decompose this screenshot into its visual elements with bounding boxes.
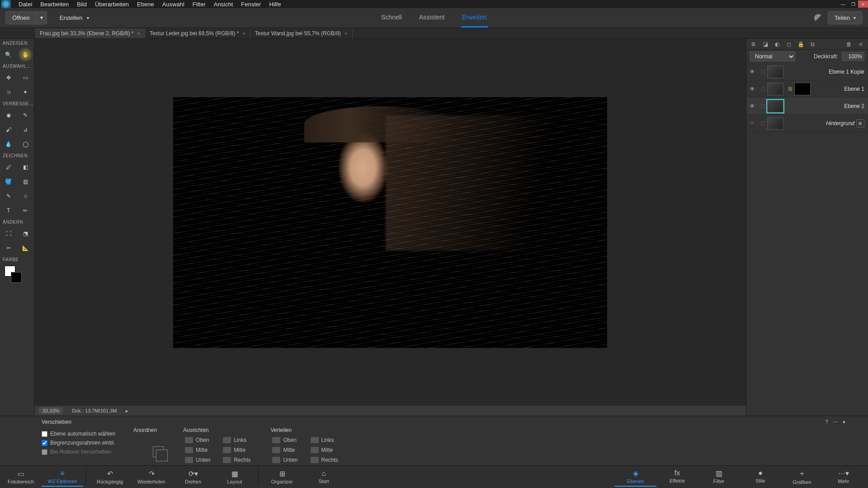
- close-button[interactable]: ✕: [858, 0, 868, 8]
- dist-bottom[interactable]: Unten: [270, 456, 299, 464]
- lock-slot[interactable]: ⬚: [758, 121, 767, 126]
- help-icon[interactable]: ?: [825, 419, 828, 425]
- marquee-tool[interactable]: ▭: [17, 70, 34, 85]
- open-button[interactable]: Öffnen: [5, 11, 37, 24]
- lasso-tool[interactable]: ⊃: [0, 85, 17, 99]
- fill-tool[interactable]: 🪣: [0, 174, 17, 189]
- move-tool[interactable]: ✥: [0, 70, 17, 85]
- arrange-icon[interactable]: [151, 445, 165, 459]
- trash-icon[interactable]: 🗑: [845, 41, 853, 48]
- menu-ueberarbeiten[interactable]: Überarbeiten: [91, 0, 133, 9]
- clone-tool[interactable]: ⊿: [17, 122, 34, 137]
- align-center[interactable]: Mitte: [221, 446, 252, 454]
- layer-row[interactable]: 👁 ⬚ Hintergrund ⊞: [746, 115, 868, 132]
- new-group-icon[interactable]: ◪: [762, 41, 769, 48]
- menu-auswahl[interactable]: Auswahl: [158, 0, 189, 9]
- share-button[interactable]: Teilen: [828, 11, 863, 24]
- open-dropdown[interactable]: ▾: [37, 11, 47, 24]
- layer-row[interactable]: 👁 ⬚ Ebene 2: [746, 98, 868, 115]
- lock-slot[interactable]: ⬚: [758, 103, 767, 108]
- panel-menu-icon[interactable]: ≡: [857, 41, 864, 48]
- blend-mode-select[interactable]: Normal: [750, 52, 795, 61]
- minimize-button[interactable]: —: [838, 0, 848, 8]
- blur-tool[interactable]: 💧: [0, 137, 17, 151]
- smart-brush-tool[interactable]: 🖌: [0, 122, 17, 137]
- layer-mask[interactable]: [794, 83, 811, 95]
- options-menu-icon[interactable]: ⋯: [833, 419, 838, 425]
- menu-bearbeiten[interactable]: Bearbeiten: [36, 0, 73, 9]
- bb-undo[interactable]: ↶Rückgängig: [89, 468, 131, 487]
- close-icon[interactable]: ×: [344, 31, 347, 36]
- doc-tab-1[interactable]: Frau.jpg bei 33,3% (Ebene 2, RGB/8) * ×: [35, 28, 145, 38]
- bb-stile[interactable]: ●Stile: [740, 467, 781, 487]
- create-button[interactable]: Erstellen: [55, 12, 94, 24]
- dist-middle[interactable]: Mitte: [270, 446, 299, 454]
- crop-tool[interactable]: ⛶: [0, 226, 17, 241]
- menu-hilfe[interactable]: Hilfe: [265, 0, 285, 9]
- bb-fotobereich[interactable]: ▭Fotobereich: [0, 468, 42, 487]
- layer-thumb[interactable]: [767, 100, 783, 113]
- bb-layout[interactable]: ▦Layout: [214, 468, 255, 487]
- auto-select-checkbox[interactable]: Ebene automatisch wählen: [42, 431, 115, 437]
- visibility-icon[interactable]: 👁: [746, 69, 758, 75]
- eraser-tool[interactable]: ◧: [17, 160, 34, 174]
- new-layer-icon[interactable]: 🗎: [750, 41, 757, 48]
- wand-tool[interactable]: ✦: [17, 85, 34, 99]
- visibility-icon[interactable]: 👁: [746, 86, 758, 92]
- bb-mehr[interactable]: ⋯▾Mehr: [823, 467, 864, 487]
- dist-top[interactable]: Oben: [270, 436, 299, 444]
- shape-tool[interactable]: ☆: [17, 189, 34, 203]
- bb-grafiken[interactable]: ＋Grafiken: [781, 467, 823, 487]
- color-swatches[interactable]: [0, 264, 34, 286]
- align-bottom[interactable]: Unten: [183, 456, 212, 464]
- layer-thumb[interactable]: [767, 83, 783, 95]
- gradient-tool[interactable]: ▥: [17, 174, 34, 189]
- zoom-tool[interactable]: 🔍: [0, 47, 17, 62]
- layer-row[interactable]: 👁 ⬚ Ebene 1 Kopie: [746, 63, 868, 80]
- doc-tab-3[interactable]: Textur Wand.jpg bei 55,7% (RGB/8) ×: [250, 28, 353, 38]
- align-left[interactable]: Links: [221, 436, 252, 444]
- menu-bild[interactable]: Bild: [73, 0, 91, 9]
- text-tool[interactable]: T: [0, 203, 17, 218]
- lock-slot[interactable]: ⬚: [758, 69, 767, 74]
- link-icon[interactable]: ⧉: [809, 41, 816, 48]
- dist-right[interactable]: Rechts: [309, 456, 340, 464]
- theme-toggle-icon[interactable]: [814, 14, 822, 22]
- layer-thumb[interactable]: [767, 66, 783, 78]
- dist-center[interactable]: Mitte: [309, 446, 340, 454]
- mode-guided[interactable]: Assistent: [418, 8, 446, 28]
- menu-ebene[interactable]: Ebene: [133, 0, 158, 9]
- mask-icon[interactable]: ◻: [785, 41, 793, 48]
- close-icon[interactable]: ×: [242, 31, 245, 36]
- lock-icon[interactable]: 🔒: [797, 41, 804, 48]
- menu-filter[interactable]: Filter: [189, 0, 210, 9]
- maximize-button[interactable]: ❐: [848, 0, 858, 8]
- sponge-tool[interactable]: ◯: [17, 137, 34, 151]
- visibility-icon[interactable]: 👁: [746, 103, 758, 109]
- spot-heal-tool[interactable]: ✎: [17, 108, 34, 122]
- pencil-tool[interactable]: ✏: [17, 203, 34, 218]
- brush-tool[interactable]: 🖊: [0, 160, 17, 174]
- collapse-icon[interactable]: ▾: [843, 419, 845, 425]
- menu-datei[interactable]: Datei: [14, 0, 36, 9]
- show-bounds-checkbox[interactable]: Begrenzungsrahmen einbl.: [42, 440, 115, 446]
- doc-tab-2[interactable]: Textur Leder.jpg bei 69,5% (RGB/8) * ×: [145, 28, 250, 38]
- recompose-tool[interactable]: ⬔: [17, 226, 34, 241]
- menu-ansicht[interactable]: Ansicht: [210, 0, 237, 9]
- layer-row[interactable]: 👁 ⬚ ⛓ Ebene 1: [746, 80, 868, 98]
- align-middle[interactable]: Mitte: [183, 446, 212, 454]
- align-top[interactable]: Oben: [183, 436, 212, 444]
- straighten-tool[interactable]: 📐: [17, 241, 34, 255]
- bb-effekte[interactable]: fxEffekte: [656, 467, 698, 487]
- background-color[interactable]: [11, 272, 22, 283]
- layer-thumb[interactable]: [767, 117, 783, 130]
- menu-fenster[interactable]: Fenster: [237, 0, 265, 9]
- bb-start[interactable]: ⌂Start: [303, 468, 344, 487]
- bb-filter[interactable]: ▥Filter: [698, 467, 740, 487]
- dist-left[interactable]: Links: [309, 436, 340, 444]
- bb-organizer[interactable]: ⊞Organizer: [261, 468, 303, 487]
- bb-wz-optionen[interactable]: ≡WZ-Optionen: [42, 468, 83, 487]
- redeye-tool[interactable]: ◉: [0, 108, 17, 122]
- mode-expert[interactable]: Erweitert: [461, 8, 488, 28]
- canvas[interactable]: [34, 39, 746, 406]
